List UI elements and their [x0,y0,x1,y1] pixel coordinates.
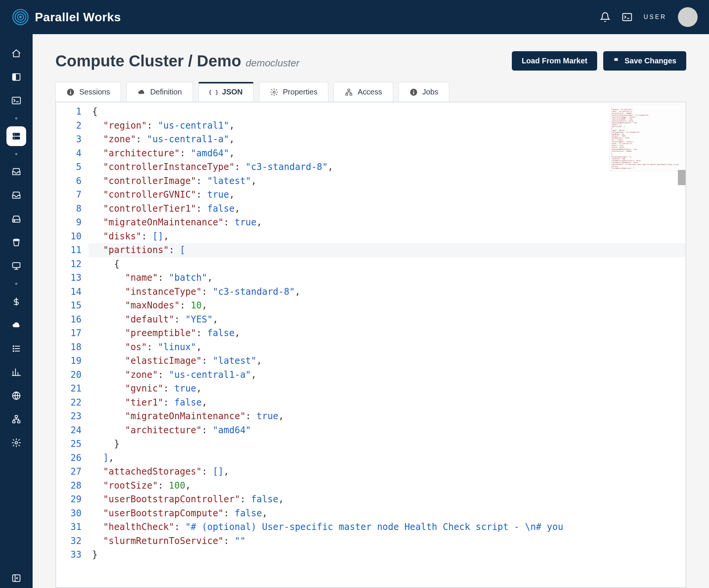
sidebar-item-settings[interactable] [6,433,26,453]
gutter-line: 8 [56,202,82,216]
gutter-line: 1 [56,105,82,119]
code-line[interactable]: "userBootstrapCompute": false, [88,506,685,520]
terminal-icon [11,96,21,105]
code-line[interactable]: "disks": [], [88,230,685,244]
bell-icon[interactable] [600,12,610,22]
sidebar-item-terminal[interactable] [6,91,26,110]
monitor-icon [11,261,21,271]
gutter-line: 7 [56,188,82,202]
code-line[interactable]: "default": "YES", [88,313,685,327]
terminal-icon[interactable] [622,12,632,22]
sidebar-item-inbox2[interactable] [6,186,26,205]
code-line[interactable]: "zone": "us-central1-a", [88,132,685,146]
code-line[interactable]: "controllerTier1": false, [88,202,685,216]
sidebar-item-panel[interactable] [6,67,26,87]
svg-rect-15 [13,263,20,267]
code-line[interactable]: "zone": "us-central1-a", [88,368,685,382]
load-from-market-button[interactable]: Load From Market [512,51,597,71]
tab-sessions[interactable]: Sessions [55,82,121,102]
code-line[interactable]: "rootSize": 100, [88,479,685,493]
svg-point-23 [15,442,18,444]
sidebar-item-billing[interactable] [6,292,26,311]
sidebar-item-collapse[interactable] [6,568,26,588]
svg-point-26 [70,90,71,91]
sidebar-item-inbox[interactable] [6,162,26,182]
code-line[interactable]: "preemptible": false, [88,326,685,340]
tab-jobs[interactable]: Jobs [398,82,449,102]
json-editor[interactable]: 1234567891011121314151617181920212223242… [55,102,686,588]
gutter-line: 32 [56,534,82,548]
code-line[interactable]: "elasticImage": "latest", [88,354,685,368]
tab-access[interactable]: Access [334,82,393,102]
sidebar-item-bucket[interactable] [6,233,26,252]
code-line[interactable]: "gvnic": true, [88,382,685,396]
code-line[interactable]: "name": "batch", [88,271,685,285]
list-icon [11,344,21,354]
code-line[interactable]: "userBootstrapController": false, [88,492,685,506]
svg-rect-8 [13,133,20,136]
code-line[interactable]: "region": "us-central1", [88,119,685,133]
code-line[interactable]: "partitions": [ [88,243,685,257]
svg-rect-7 [12,97,20,104]
inbox-icon [11,167,21,177]
gutter-line: 17 [56,326,82,340]
minimap-scrollthumb[interactable] [678,170,685,185]
code-line[interactable]: "architecture": "amd64", [88,146,685,160]
code-line[interactable]: } [88,437,685,451]
code-line[interactable]: "architecture": "amd64" [88,423,685,437]
gutter-line: 25 [56,437,82,451]
code-line[interactable]: { [88,105,685,119]
code-line[interactable]: "attachedStorages": [], [88,465,685,479]
code-line[interactable]: "slurmReturnToService": "" [88,534,685,548]
code-line[interactable]: "controllerInstanceType": "c3-standard-8… [88,160,685,174]
tab-label: Access [358,88,382,96]
sidebar-item-monitor[interactable] [6,256,26,276]
gutter-line: 28 [56,479,82,493]
brand-logo[interactable]: Parallel Works [11,8,121,26]
tab-label: Properties [283,88,317,96]
code-line[interactable]: "migrateOnMaintenance": true, [88,409,685,423]
code-line[interactable]: "controllerImage": "latest", [88,174,685,188]
sidebar-item-chart[interactable] [6,362,26,382]
sidebar-item-cloud[interactable] [6,315,26,335]
code-line[interactable]: "instanceType": "c3-standard-8", [88,285,685,299]
hierarchy-icon [345,88,353,96]
server-icon [11,131,21,141]
svg-rect-9 [13,137,20,140]
tab-definition[interactable]: Definition [126,82,193,102]
editor-gutter: 1234567891011121314151617181920212223242… [56,102,88,587]
sidebar-item-drive[interactable] [6,209,26,229]
code-line[interactable]: "os": "linux", [88,340,685,354]
save-changes-button[interactable]: Save Changes [603,51,686,71]
gutter-line: 20 [56,368,82,382]
gutter-line: 18 [56,340,82,354]
avatar[interactable] [678,7,698,27]
code-line[interactable]: "tier1": false, [88,396,685,410]
sidebar-item-globe[interactable] [6,386,26,406]
code-line[interactable]: "migrateOnMaintenance": true, [88,215,685,230]
tab-label: JSON [222,88,243,96]
gutter-line: 9 [56,215,82,230]
topbar-left: Parallel Works [11,8,121,26]
sidebar-item-list[interactable] [6,339,26,358]
info-icon [66,88,75,96]
code-line[interactable]: { [88,257,685,271]
code-line[interactable]: } [88,548,685,562]
code-line[interactable]: ], [88,451,685,465]
sidebar-item-servers[interactable] [6,126,26,146]
sidebar-item-home[interactable] [6,44,26,63]
tab-properties[interactable]: Properties [259,82,328,102]
gutter-line: 31 [56,520,82,534]
gutter-line: 26 [56,451,82,465]
tab-json[interactable]: { }JSON [198,82,254,102]
code-line[interactable]: "healthCheck": "# (optional) User-specif… [88,520,685,534]
code-line[interactable]: "controllerGVNIC": true, [88,188,685,202]
gutter-line: 10 [56,230,82,244]
code-line[interactable]: "maxNodes": 10, [88,299,685,313]
brand-spiral-icon [11,8,30,26]
editor-minimap[interactable]: {"region": "us-central1","zone": "us-cen… [609,105,683,171]
editor-code[interactable]: { "region": "us-central1", "zone": "us-c… [88,102,685,587]
tab-label: Sessions [79,88,110,96]
bucket-icon [11,237,21,247]
sidebar-item-hierarchy[interactable] [6,409,26,429]
